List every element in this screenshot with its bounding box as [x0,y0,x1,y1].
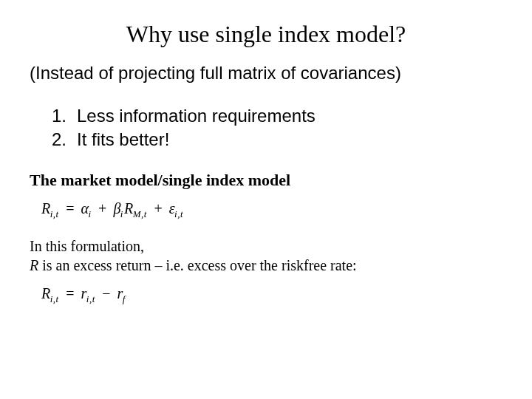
eq-subscript: i,t [174,208,183,219]
list-text: It fits better! [77,129,169,149]
reasons-list: 1.Less information requirements 2.It fit… [0,106,532,150]
eq-plus: + [154,200,163,216]
eq-equals: = [66,285,75,301]
eq-subscript: M,t [133,208,147,219]
list-text: Less information requirements [77,106,316,126]
slide-title: Why use single index model? [0,0,532,63]
eq-equals: = [66,200,75,216]
list-number: 2. [52,129,77,150]
list-number: 1. [52,106,77,126]
equation-excess-return: Ri,t = ri,t − rf [0,285,532,305]
eq-subscript: i [88,208,91,219]
body-text: In this formulation, R is an excess retu… [0,236,532,275]
slide: Why use single index model? (Instead of … [0,0,532,399]
eq-subscript: i,t [50,208,59,219]
list-item: 1.Less information requirements [52,106,502,126]
equation-market-model: Ri,t = αi + βiRM,t + εi,t [0,200,532,220]
eq-var-R: R [41,285,51,301]
section-heading: The market model/single index model [0,171,532,190]
eq-minus: − [102,285,111,301]
body-line2: is an excess return – i.e. excess over t… [38,257,356,273]
eq-subscript: i [120,208,123,219]
eq-subscript: f [123,293,126,304]
body-line1: In this formulation, [30,238,144,254]
slide-subtitle: (Instead of projecting full matrix of co… [0,63,532,83]
eq-var-Rm: R [124,200,134,216]
eq-plus: + [98,200,107,216]
eq-var-R: R [41,200,51,216]
list-item: 2.It fits better! [52,129,502,150]
body-var-R: R [30,257,38,273]
eq-subscript: i,t [86,293,95,304]
eq-subscript: i,t [50,293,59,304]
